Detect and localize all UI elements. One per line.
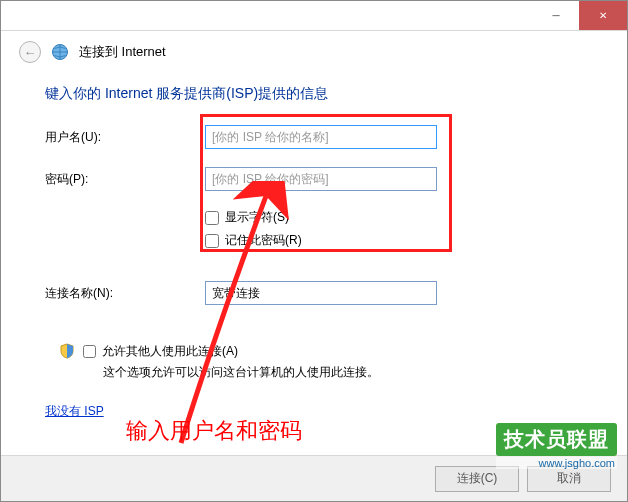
- wizard-footer: 连接(C) 取消: [1, 455, 627, 501]
- username-label: 用户名(U):: [45, 129, 205, 146]
- arrow-left-icon: ←: [24, 45, 37, 60]
- remember-pwd-row: 记住此密码(R): [205, 232, 583, 249]
- minimize-button[interactable]: ─: [533, 1, 579, 30]
- connect-button[interactable]: 连接(C): [435, 466, 519, 492]
- watermark-brand: 技术员联盟: [496, 423, 617, 456]
- allow-others-section: 允许其他人使用此连接(A) 这个选项允许可以访问这台计算机的人使用此连接。: [59, 343, 583, 381]
- annotation-text: 输入用户名和密码: [126, 416, 302, 446]
- remember-pwd-checkbox[interactable]: [205, 234, 219, 248]
- no-isp-link[interactable]: 我没有 ISP: [45, 403, 104, 420]
- shield-icon: [59, 343, 75, 359]
- conn-name-label: 连接名称(N):: [45, 285, 205, 302]
- wizard-title: 连接到 Internet: [79, 43, 166, 61]
- window-titlebar: ─ ✕: [1, 1, 627, 31]
- wizard-header: ← 连接到 Internet: [1, 31, 627, 69]
- page-heading: 键入你的 Internet 服务提供商(ISP)提供的信息: [45, 85, 583, 103]
- close-button[interactable]: ✕: [579, 1, 627, 30]
- wizard-content: 键入你的 Internet 服务提供商(ISP)提供的信息 用户名(U): 密码…: [1, 69, 627, 420]
- allow-others-desc: 这个选项允许可以访问这台计算机的人使用此连接。: [103, 364, 379, 381]
- allow-others-label: 允许其他人使用此连接(A): [102, 343, 238, 360]
- show-chars-checkbox[interactable]: [205, 211, 219, 225]
- allow-others-checkbox[interactable]: [83, 345, 96, 358]
- password-label: 密码(P):: [45, 171, 205, 188]
- back-button[interactable]: ←: [19, 41, 41, 63]
- remember-pwd-label: 记住此密码(R): [225, 232, 302, 249]
- cancel-button[interactable]: 取消: [527, 466, 611, 492]
- show-chars-label: 显示字符(S): [225, 209, 289, 226]
- password-input[interactable]: [205, 167, 437, 191]
- show-chars-row: 显示字符(S): [205, 209, 583, 226]
- username-input[interactable]: [205, 125, 437, 149]
- conn-name-input[interactable]: [205, 281, 437, 305]
- globe-icon: [51, 43, 69, 61]
